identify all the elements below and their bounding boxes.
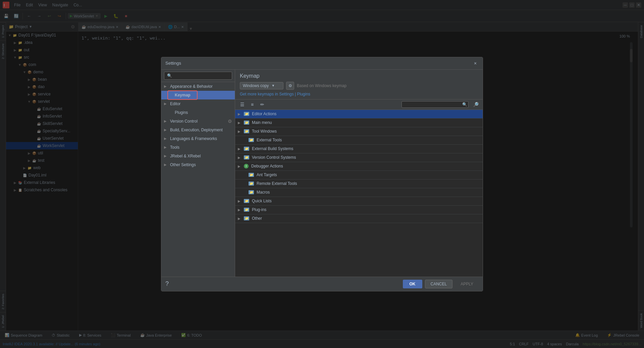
keymap-remote-label: Remote External Tools: [257, 181, 297, 186]
keymap-search-input[interactable]: [401, 101, 469, 108]
keymap-item-debugger[interactable]: ▶ ! Debugger Actions: [235, 162, 483, 171]
keymap-gear-button[interactable]: ⚙: [286, 82, 294, 90]
keymap-debugger-label: Debugger Actions: [251, 164, 283, 168]
keymap-dropdown-value: Windows copy: [243, 83, 269, 88]
nav-vc-label: Version Control: [170, 119, 198, 124]
folder-quick-lists-icon: 📁: [244, 199, 249, 203]
arrow-other: ▶: [238, 217, 243, 220]
settings-nav: ▶ Appearance & Behavior Keymap ▶ Editor: [161, 70, 235, 277]
help-button[interactable]: ?: [165, 280, 169, 287]
keymap-item-remote-ext-tools[interactable]: 📁 Remote External Tools: [235, 180, 483, 188]
arrow-vcs: ▶: [238, 156, 243, 159]
nav-jrebel-arrow: ▶: [164, 154, 169, 158]
keymap-main-menu-label: Main menu: [252, 120, 272, 125]
nav-versioncontrol[interactable]: ▶ Version Control ⚙: [161, 117, 235, 126]
settings-modal-overlay: Settings × ▶ Appearance & Behavior: [0, 0, 644, 348]
keymap-ext-build-label: External Build Systems: [252, 146, 293, 151]
folder-remote-icon: 📁: [249, 182, 254, 186]
arrow-plugins: ▶: [238, 208, 243, 212]
keymap-other-label: Other: [252, 216, 262, 221]
nav-other-arrow: ▶: [164, 163, 169, 166]
nav-jrebel[interactable]: ▶ JRebel & XRebel: [161, 152, 235, 160]
nav-editor[interactable]: ▶ Editor: [161, 99, 235, 108]
settings-search-box: [161, 70, 235, 82]
folder-editor-actions-icon: 📁: [244, 112, 249, 116]
nav-tools-label: Tools: [170, 145, 179, 150]
folder-ant-icon: 📁: [249, 173, 254, 177]
ok-button[interactable]: OK: [403, 280, 422, 288]
keymap-item-main-menu[interactable]: ▶ 📁 Main menu: [235, 119, 483, 127]
modal-close-button[interactable]: ×: [472, 60, 479, 67]
folder-other-icon: 📁: [244, 216, 249, 220]
nav-tools-arrow: ▶: [164, 145, 169, 149]
keymap-title: Keymap: [240, 73, 478, 79]
nav-plugins[interactable]: Plugins: [161, 108, 235, 117]
nav-keymap-label: Keymap: [175, 93, 191, 97]
nav-keymap[interactable]: Keymap: [161, 91, 235, 99]
arrow-main-menu: ▶: [238, 121, 243, 125]
nav-vc-arrow: ▶: [164, 119, 169, 123]
nav-jrebel-label: JRebel & XRebel: [170, 154, 201, 158]
keymap-align-left-btn[interactable]: ☰: [238, 101, 247, 108]
arrow-ext-build: ▶: [238, 147, 243, 151]
keymap-item-external-tools[interactable]: 📁 External Tools: [235, 136, 483, 145]
nav-plugins-label: Plugins: [175, 110, 188, 115]
keymap-item-ext-build[interactable]: ▶ 📁 External Build Systems: [235, 145, 483, 153]
settings-search-input[interactable]: [164, 72, 232, 80]
modal-title-bar: Settings ×: [161, 57, 483, 70]
folder-plugins-icon: 📁: [244, 208, 249, 212]
modal-footer: ? OK CANCEL APPLY: [161, 277, 483, 291]
folder-ext-build-icon: 📁: [244, 147, 249, 151]
folder-macros-icon: 📁: [249, 190, 254, 194]
arrow-editor-actions: ▶: [238, 112, 243, 116]
keymap-plugins-label: Plug-ins: [252, 207, 266, 212]
keymap-item-vcs[interactable]: ▶ 📁 Version Control Systems: [235, 153, 483, 162]
modal-action-buttons: OK CANCEL APPLY: [403, 280, 479, 288]
keymap-item-editor-actions[interactable]: ▶ 📁 Editor Actions: [235, 110, 483, 119]
keymap-dropdown-arrow: ▼: [271, 84, 275, 87]
nav-build[interactable]: ▶ Build, Execution, Deployment: [161, 126, 235, 134]
keymap-item-ant-targets[interactable]: 📁 Ant Targets: [235, 171, 483, 180]
keymap-align-right-btn[interactable]: ≡: [248, 101, 257, 108]
nav-build-label: Build, Execution, Deployment: [170, 128, 223, 132]
arrow-quick-lists: ▶: [238, 199, 243, 203]
folder-tool-windows-icon: 📁: [244, 129, 249, 133]
keymap-toolbar: ☰ ≡ ✏ 🔍 🔎: [235, 99, 483, 110]
keymap-find-shortcut-btn[interactable]: 🔎: [471, 101, 480, 108]
nav-vc-icon: ⚙: [228, 119, 232, 124]
folder-vcs-icon: 📁: [244, 155, 249, 159]
nav-other-label: Other Settings: [170, 162, 196, 167]
keymap-based-on-text: Based on Windows keymap: [297, 83, 346, 88]
keymap-quick-lists-label: Quick Lists: [252, 199, 272, 203]
nav-other[interactable]: ▶ Other Settings: [161, 160, 235, 169]
nav-tools[interactable]: ▶ Tools: [161, 143, 235, 152]
keymap-get-more-link[interactable]: Get more keymaps in Settings | Plugins: [240, 92, 310, 96]
keymap-item-plugins[interactable]: ▶ 📁 Plug-ins: [235, 206, 483, 214]
keymap-macros-label: Macros: [257, 190, 270, 195]
modal-body: ▶ Appearance & Behavior Keymap ▶ Editor: [161, 70, 483, 277]
nav-languages[interactable]: ▶ Languages & Frameworks: [161, 134, 235, 143]
keymap-tool-windows-label: Tool Windows: [252, 129, 277, 134]
settings-right-panel: Keymap Windows copy ▼ ⚙ Based on Windows…: [235, 70, 483, 277]
keymap-tree: ▶ 📁 Editor Actions ▶ 📁 Main menu ▶ 📁: [235, 110, 483, 277]
keymap-edit-btn[interactable]: ✏: [258, 101, 267, 108]
nav-appearance[interactable]: ▶ Appearance & Behavior: [161, 82, 235, 91]
keymap-links-row: Get more keymaps in Settings | Plugins: [240, 92, 478, 96]
folder-external-tools-icon: 📁: [249, 138, 254, 142]
nav-editor-arrow: ▶: [164, 102, 169, 106]
green-debugger-icon: !: [244, 164, 249, 168]
keymap-item-other[interactable]: ▶ 📁 Other: [235, 214, 483, 223]
nav-appearance-label: Appearance & Behavior: [170, 84, 213, 89]
keymap-ant-label: Ant Targets: [257, 172, 277, 177]
search-icon: 🔍: [462, 102, 467, 107]
keymap-item-macros[interactable]: 📁 Macros: [235, 188, 483, 197]
keymap-item-quick-lists[interactable]: ▶ 📁 Quick Lists: [235, 197, 483, 206]
keymap-dropdown[interactable]: Windows copy ▼: [240, 82, 283, 89]
keymap-item-tool-windows[interactable]: ▶ 📁 Tool Windows: [235, 127, 483, 136]
cancel-button[interactable]: CANCEL: [425, 280, 453, 288]
apply-button[interactable]: APPLY: [455, 280, 479, 288]
keymap-header: Keymap Windows copy ▼ ⚙ Based on Windows…: [235, 70, 483, 99]
keymap-editor-actions-label: Editor Actions: [252, 112, 276, 116]
arrow-debugger: ▶: [238, 164, 243, 168]
nav-lang-label: Languages & Frameworks: [170, 136, 217, 141]
